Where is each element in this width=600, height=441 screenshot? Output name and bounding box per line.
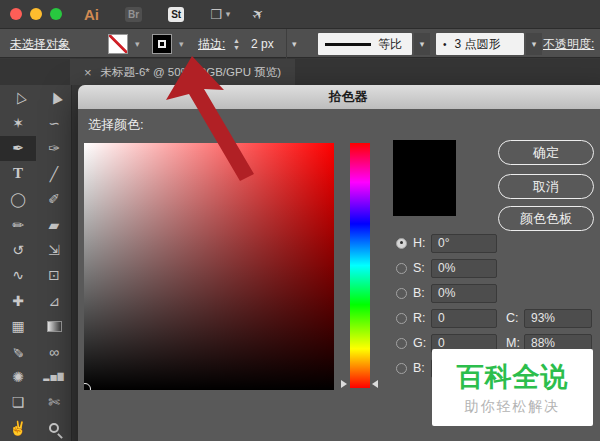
zoom-window-button[interactable]: [50, 8, 62, 20]
stroke-weight-label[interactable]: 描边:: [198, 29, 225, 59]
green-radio[interactable]: [396, 338, 407, 349]
saturation-brightness-field[interactable]: [84, 143, 334, 390]
brightness-input[interactable]: 0%: [431, 284, 497, 303]
ok-button[interactable]: 确定: [498, 140, 594, 165]
red-radio[interactable]: [396, 313, 407, 324]
fill-color-swatch[interactable]: [108, 34, 128, 54]
stroke-weight-dropdown-icon[interactable]: ▾: [286, 29, 297, 59]
hue-input[interactable]: 0°: [431, 234, 497, 253]
ellipse-tool-icon[interactable]: ◯: [0, 187, 36, 212]
pen-tool-icon[interactable]: ✒: [0, 136, 36, 161]
tab-title: 未标题-6* @ 50% (RGB/GPU 预览): [101, 65, 281, 80]
color-field-cursor[interactable]: [84, 383, 91, 390]
watermark-title: 百科全说: [457, 359, 569, 395]
column-graph-tool-icon[interactable]: ▂▅▇: [36, 364, 72, 389]
brush-definition-dropdown[interactable]: • 3 点圆形: [436, 33, 524, 55]
stroke-profile-chevron-icon[interactable]: ▾: [414, 33, 430, 55]
hue-slider[interactable]: [350, 143, 370, 388]
bridge-icon[interactable]: Br: [125, 7, 142, 22]
rotate-tool-icon[interactable]: ↺: [0, 237, 36, 262]
window-titlebar: Ai Br St ❒ ▾ ✈: [0, 0, 600, 28]
artboard-tool-icon[interactable]: ❏: [0, 390, 36, 415]
selection-glyph: ▷: [8, 89, 27, 106]
stroke-weight-value[interactable]: 2 px: [251, 29, 274, 59]
gradient-chip-icon: [47, 321, 62, 332]
slice-tool-icon[interactable]: ✄: [36, 390, 72, 415]
watermark-subtitle: 助你轻松解决: [465, 398, 561, 416]
picked-color-preview: [393, 140, 456, 216]
hue-slider-right-marker-icon[interactable]: [372, 380, 378, 388]
stroke-profile-value: 等比: [378, 36, 402, 53]
fill-chevron-icon[interactable]: ▾: [135, 29, 140, 59]
document-tab-bar: × 未标题-6* @ 50% (RGB/GPU 预览): [0, 59, 600, 85]
cyan-field-row: C: 93%: [506, 308, 592, 328]
saturation-input[interactable]: 0%: [431, 259, 497, 278]
width-tool-icon[interactable]: ∿: [0, 263, 36, 288]
opacity-label[interactable]: 不透明度:: [543, 29, 594, 59]
green-label: G:: [413, 336, 429, 350]
eyedropper-tool-icon[interactable]: ✎: [0, 339, 36, 364]
type-tool-icon[interactable]: T: [0, 161, 36, 186]
zoom-tool-icon[interactable]: [36, 415, 72, 440]
mesh-tool-icon[interactable]: ▦: [0, 314, 36, 339]
watermark: 百科全说 助你轻松解决: [432, 349, 593, 426]
stepper-down-icon[interactable]: ▼: [233, 44, 240, 51]
pencil-tool-icon[interactable]: ✏: [0, 212, 36, 237]
stock-icon[interactable]: St: [168, 7, 184, 22]
document-tab[interactable]: × 未标题-6* @ 50% (RGB/GPU 预览): [70, 59, 295, 85]
brush-chevron-icon[interactable]: ▾: [526, 33, 542, 55]
cyan-input[interactable]: 93%: [524, 309, 592, 328]
selection-status-label[interactable]: 未选择对象: [10, 29, 70, 59]
hue-radio[interactable]: [396, 238, 407, 249]
curvature-tool-icon[interactable]: ✑: [36, 136, 72, 161]
brightness-label: B:: [413, 286, 429, 300]
direct-selection-glyph: ▶: [44, 89, 63, 106]
red-input[interactable]: 0: [431, 309, 497, 328]
saturation-label: S:: [413, 261, 429, 275]
brightness-field-row: B: 0%: [396, 283, 497, 303]
scale-tool-icon[interactable]: ⇲: [36, 237, 72, 262]
minimize-window-button[interactable]: [30, 8, 42, 20]
stroke-profile-dropdown[interactable]: 等比: [318, 33, 412, 55]
eraser-tool-icon[interactable]: ▰: [36, 212, 72, 237]
saturation-field-row: S: 0%: [396, 258, 497, 278]
tab-close-icon[interactable]: ×: [84, 65, 92, 80]
stroke-color-swatch[interactable]: [152, 34, 172, 54]
hand-tool-icon[interactable]: ✌: [0, 415, 36, 440]
paintbrush-tool-icon[interactable]: ✐: [36, 187, 72, 212]
line-segment-tool-icon[interactable]: ╱: [36, 161, 72, 186]
blend-tool-icon[interactable]: ∞: [36, 339, 72, 364]
rocket-icon[interactable]: ✈: [249, 4, 268, 24]
type-glyph: T: [13, 165, 23, 182]
lasso-tool-icon[interactable]: ∽: [36, 110, 72, 135]
eyedropper-glyph: ✎: [12, 344, 24, 360]
shape-builder-tool-icon[interactable]: ✚: [0, 288, 36, 313]
close-window-button[interactable]: [10, 8, 22, 20]
direct-selection-tool-icon[interactable]: ▶: [36, 85, 72, 110]
perspective-grid-tool-icon[interactable]: ⊿: [36, 288, 72, 313]
hue-slider-left-marker-icon[interactable]: [341, 380, 347, 388]
brightness-radio[interactable]: [396, 288, 407, 299]
workspace-chevron-icon[interactable]: ▾: [226, 9, 231, 19]
gradient-tool-icon[interactable]: [36, 314, 72, 339]
blue-radio[interactable]: [396, 363, 407, 374]
brush-definition-value: 3 点圆形: [455, 36, 501, 53]
symbol-sprayer-tool-icon[interactable]: ✺: [0, 364, 36, 389]
dialog-titlebar[interactable]: 拾色器: [78, 85, 600, 109]
free-transform-tool-icon[interactable]: ⊡: [36, 263, 72, 288]
magic-wand-tool-icon[interactable]: ✶: [0, 110, 36, 135]
red-label: R:: [413, 311, 429, 325]
workspace-switcher-icon[interactable]: ❒: [210, 7, 222, 22]
stepper-up-icon[interactable]: ▲: [233, 37, 240, 44]
stroke-chevron-icon[interactable]: ▾: [179, 29, 184, 59]
color-swatches-button[interactable]: 颜色色板: [498, 206, 594, 231]
saturation-radio[interactable]: [396, 263, 407, 274]
hue-field-row: H: 0°: [396, 233, 497, 253]
cancel-button[interactable]: 取消: [498, 174, 594, 199]
hue-label: H:: [413, 236, 429, 250]
dialog-title: 拾色器: [329, 88, 368, 106]
stroke-weight-stepper[interactable]: ▲ ▼: [233, 29, 240, 59]
selection-tool-icon[interactable]: ▷: [0, 85, 36, 110]
cyan-label: C:: [506, 311, 522, 325]
stroke-swatch-inner-icon: [158, 40, 166, 48]
